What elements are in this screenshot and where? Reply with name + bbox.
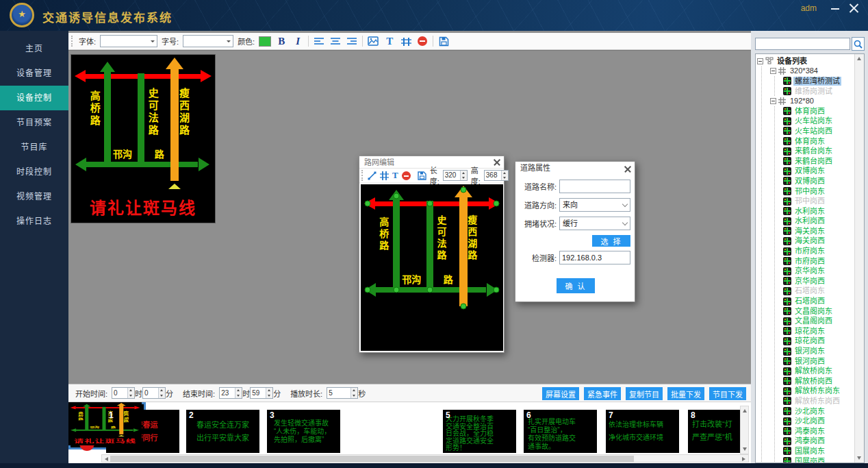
sidebar-item[interactable]: 视频管理 — [0, 184, 68, 209]
road-segment-button[interactable] — [380, 171, 389, 181]
delete-button[interactable] — [402, 171, 411, 181]
device-tree-item[interactable]: 邗中岗西 — [783, 196, 854, 206]
sidebar-item[interactable]: 设备管理 — [0, 61, 68, 86]
congestion-status-select[interactable]: 缓行 — [559, 217, 630, 230]
close-icon[interactable] — [624, 166, 631, 173]
device-tree-item[interactable]: 解放桥岗东 — [783, 366, 854, 376]
duration-stepper[interactable]: 5 — [327, 387, 358, 399]
device-tree-item[interactable]: 维扬岗测试 — [783, 86, 854, 97]
bold-button[interactable]: B — [275, 35, 288, 47]
step-down-icon[interactable] — [461, 175, 467, 180]
device-tree-item[interactable]: 京华岗东 — [783, 266, 854, 276]
program-thumbnail[interactable]: 5 大力开展秋冬季 交通安全整治百 日会战，全力稳 定道路交通安全 形势！ — [443, 410, 516, 453]
step-down-icon[interactable] — [128, 393, 134, 399]
road-network-button[interactable] — [400, 35, 412, 47]
program-thumbnail[interactable]: 6 扎实开展电动车 “百日整治”， 有效预防道路交 通事故。 — [524, 410, 597, 453]
playlist-horizontal-scrollbar[interactable] — [101, 454, 749, 463]
device-tree-item[interactable]: 银河岗西 — [783, 356, 854, 367]
device-tree-item[interactable]: 国展岗西 — [783, 456, 854, 463]
program-thumbnail[interactable]: 3 发生轻微交通事故 “人未伤，车能动， 先拍照，后撤离” — [267, 410, 340, 453]
detector-input[interactable] — [559, 251, 630, 264]
step-down-icon[interactable] — [235, 393, 242, 399]
scrollbar-thumb[interactable] — [110, 456, 634, 462]
height-stepper[interactable]: 368 — [484, 170, 509, 181]
device-search-input[interactable] — [755, 38, 850, 50]
program-thumbnail[interactable]: 2 春运安全连万家 出行平安靠大家 — [186, 410, 259, 453]
font-select[interactable] — [100, 35, 157, 47]
collapse-icon[interactable] — [757, 58, 763, 64]
edit-handle[interactable] — [394, 286, 400, 293]
align-left-button[interactable] — [313, 35, 325, 47]
device-tree-item[interactable]: 沙北岗西 — [783, 416, 854, 426]
device-tree-item[interactable]: 琼花岗西 — [783, 336, 854, 347]
device-tree-item[interactable]: 文昌阁岗东 — [783, 306, 854, 317]
select-detector-button[interactable]: 选 择 — [592, 235, 630, 247]
action-button[interactable]: 节目下发 — [709, 387, 746, 400]
device-tree-item[interactable]: 解放桥岗西 — [783, 376, 854, 386]
step-up-icon[interactable] — [351, 388, 357, 393]
save-button[interactable] — [437, 35, 450, 47]
font-size-select[interactable] — [183, 35, 233, 47]
device-tree-item[interactable]: 体育岗东 — [783, 136, 854, 147]
device-tree-item[interactable]: 国展岗东 — [783, 446, 854, 456]
sidebar-item[interactable]: 节目预案 — [0, 110, 68, 135]
device-tree-item[interactable]: 水利岗西 — [783, 217, 854, 227]
edit-handle[interactable] — [365, 200, 371, 206]
action-button[interactable]: 批量下发 — [667, 387, 704, 400]
device-tree-root[interactable]: 设备列表 — [757, 56, 854, 66]
sidebar-item[interactable]: 设备控制 — [0, 86, 68, 110]
step-up-icon[interactable] — [502, 171, 508, 175]
step-up-icon[interactable] — [266, 388, 272, 393]
device-tree-item[interactable]: 火车站岗东 — [783, 116, 854, 127]
device-tree-item[interactable]: 石塔岗西 — [783, 296, 854, 306]
tree-vertical-scrollbar[interactable] — [854, 54, 864, 463]
close-icon[interactable] — [494, 159, 500, 166]
device-tree-item[interactable]: 双博岗西 — [783, 176, 854, 186]
program-preview-panel[interactable]: 高桥路 史可法路 瘦西湖路 邗沟 路 请礼让斑马线 — [71, 54, 216, 223]
device-tree-item[interactable]: 京华岗西 — [783, 276, 854, 286]
road-editor-canvas[interactable]: 高桥路 史可法路 瘦西湖路 邗沟 路 — [361, 184, 503, 351]
device-tree-item[interactable]: 来鹤台岗东 — [783, 146, 854, 156]
action-button[interactable]: 复制节目 — [626, 387, 663, 400]
device-tree-item[interactable]: 海关岗东 — [783, 226, 854, 236]
scroll-down-icon[interactable] — [743, 447, 747, 451]
edit-handle[interactable] — [365, 286, 371, 293]
step-down-icon[interactable] — [351, 393, 357, 399]
device-tree-item[interactable]: 火车站岗西 — [783, 126, 854, 136]
sidebar-item[interactable]: 操作日志 — [0, 209, 68, 234]
program-thumbnail[interactable]: 7 依法治理非标车辆 净化城市交通环境 — [606, 410, 679, 453]
edit-handle[interactable] — [394, 193, 400, 199]
delete-button[interactable] — [416, 35, 429, 47]
device-tree-item[interactable]: 解放桥东岗东 — [783, 386, 854, 397]
end-minute-stepper[interactable]: 59 — [250, 387, 273, 399]
scroll-up-icon[interactable] — [743, 409, 747, 412]
insert-text-button[interactable]: T — [383, 35, 396, 47]
playlist-vertical-scrollbar[interactable] — [740, 406, 749, 454]
italic-button[interactable]: I — [292, 35, 304, 47]
step-up-icon[interactable] — [235, 388, 242, 393]
align-center-button[interactable] — [329, 35, 342, 47]
start-minute-stepper[interactable]: 0 — [142, 387, 166, 399]
device-tree-item[interactable]: 银河岗东 — [783, 346, 854, 356]
scroll-down-icon[interactable] — [857, 456, 861, 460]
device-tree-item[interactable]: 体育岗西 — [783, 106, 854, 116]
step-down-icon[interactable] — [502, 175, 508, 180]
stepper-arrows[interactable] — [460, 171, 467, 180]
step-up-icon[interactable] — [128, 388, 134, 393]
step-down-icon[interactable] — [266, 393, 272, 399]
step-up-icon[interactable] — [461, 171, 467, 175]
color-swatch[interactable] — [259, 36, 271, 47]
search-button[interactable] — [852, 37, 865, 51]
sidebar-item[interactable]: 主页 — [0, 36, 68, 61]
device-tree-item[interactable]: 文昌阁岗西 — [783, 316, 854, 326]
sidebar-item[interactable]: 时段控制 — [0, 160, 68, 184]
edit-handle[interactable] — [426, 286, 433, 293]
action-button[interactable]: 紧急事件 — [584, 387, 621, 400]
close-icon[interactable] — [849, 3, 860, 14]
align-right-button[interactable] — [346, 35, 358, 47]
action-button[interactable]: 屏幕设置 — [542, 387, 579, 400]
program-thumbnail[interactable]: 8 打击改装“灯 严查严惩”机 — [688, 410, 740, 453]
edit-handle[interactable] — [460, 303, 466, 309]
edit-handle[interactable] — [460, 186, 466, 193]
length-stepper[interactable]: 320 — [443, 170, 468, 181]
